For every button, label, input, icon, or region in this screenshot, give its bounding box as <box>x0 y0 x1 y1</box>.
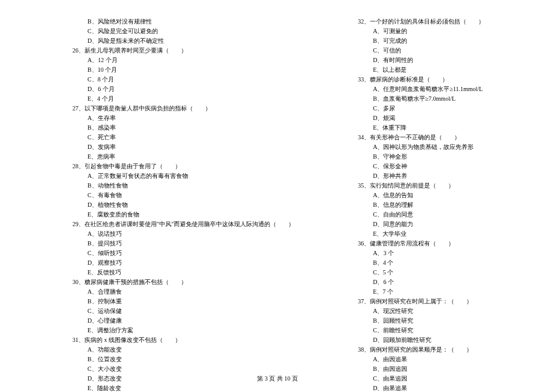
question-line: 37、病例对照研究在时间上属于：（ ） <box>325 297 548 306</box>
option-line: C、风险是完全可以避免的 <box>39 27 294 36</box>
option-line: A、任意时间血浆葡萄糖水平≥11.1mmol/L <box>325 84 548 94</box>
option-line: B、信息的理解 <box>325 200 548 210</box>
option-line: D、有时间性的 <box>325 55 548 65</box>
option-line: B、感染率 <box>39 123 294 133</box>
question-line: 36、健康管理的常用流程有（ ） <box>325 239 548 248</box>
option-line: C、倾听技巧 <box>39 248 294 258</box>
page-content: B、风险绝对没有规律性C、风险是完全可以避免的D、风险是指未来的不确定性26、新… <box>0 0 555 392</box>
page-footer: 第 3 页 共 10 页 <box>0 375 555 383</box>
question-line: 32、一个好的计划的具体目标必须包括（ ） <box>325 17 548 27</box>
option-line: A、信息的告知 <box>325 191 548 200</box>
option-line: E、调整治疗方案 <box>39 326 294 335</box>
option-line: A、由因追果 <box>325 355 548 364</box>
option-line: D、风险是指未来的不确定性 <box>39 36 294 46</box>
option-line: B、血浆葡萄糖水平≥7.0mmol/L <box>325 94 548 104</box>
option-line: D、发病率 <box>39 142 294 152</box>
option-line: C、多尿 <box>325 104 548 113</box>
option-line: B、回顾性研究 <box>325 316 548 326</box>
option-line: E、腐败变质的食物 <box>39 210 294 220</box>
question-line: 29、在社区给患者讲课时要使用"中风"而避免使用脑卒中这体现人际沟通的（ ） <box>39 220 294 229</box>
option-line: D、烦渴 <box>325 113 548 123</box>
option-line: C、运动保健 <box>39 306 294 316</box>
option-line: E、大学毕业 <box>325 229 548 239</box>
option-line: A、现况性研究 <box>325 306 548 316</box>
option-line: B、位置改变 <box>39 355 294 364</box>
right-column: 32、一个好的计划的具体目标必须包括（ ）A、可测量的B、可完成的C、可信的D、… <box>309 17 555 392</box>
option-line: A、合理膳食 <box>39 287 294 297</box>
option-line: D、心理健康 <box>39 316 294 326</box>
option-line: E、患病率 <box>39 152 294 162</box>
option-line: A、正常数量可食状态的有毒有害食物 <box>39 171 294 181</box>
option-line: B、控制体重 <box>39 297 294 306</box>
left-column: B、风险绝对没有规律性C、风险是完全可以避免的D、风险是指未来的不确定性26、新… <box>24 17 309 392</box>
question-line: 28、引起食物中毒是由于食用了（ ） <box>39 162 294 171</box>
option-line: D、回顾加前瞻性研究 <box>325 335 548 345</box>
option-line: A、12 个月 <box>39 55 294 65</box>
option-line: B、动物性食物 <box>39 181 294 191</box>
option-line: D、由果追果 <box>325 384 548 392</box>
question-line: 31、疾病的 x 线图像改变不包括（ ） <box>39 335 294 345</box>
option-line: E、7 个 <box>325 287 548 297</box>
option-line: B、提问技巧 <box>39 239 294 248</box>
option-line: B、风险绝对没有规律性 <box>39 17 294 27</box>
option-line: B、由因追因 <box>325 364 548 374</box>
option-line: B、10 个月 <box>39 65 294 75</box>
option-line: C、可信的 <box>325 46 548 55</box>
question-line: 27、以下哪项是衡量人群中疾病负担的指标（ ） <box>39 104 294 113</box>
option-line: E、反馈技巧 <box>39 268 294 277</box>
option-line: E、随龄改变 <box>39 384 294 392</box>
option-line: C、自由的同意 <box>325 210 548 220</box>
option-line: A、生存率 <box>39 113 294 123</box>
option-line: B、可完成的 <box>325 36 548 46</box>
question-line: 26、新生儿母乳喂养时间至少要满（ ） <box>39 46 294 55</box>
option-line: C、死亡率 <box>39 133 294 142</box>
option-line: D、6 个月 <box>39 84 294 94</box>
option-line: C、前瞻性研究 <box>325 326 548 335</box>
option-line: D、6 个 <box>325 277 548 287</box>
option-line: C、有毒食物 <box>39 191 294 200</box>
option-line: E、4 个月 <box>39 94 294 104</box>
option-line: A、功能改变 <box>39 345 294 355</box>
option-line: C、5 个 <box>325 268 548 277</box>
option-line: D、植物性食物 <box>39 200 294 210</box>
option-line: A、说话技巧 <box>39 229 294 239</box>
question-line: 34、有关形神合一不正确的是（ ） <box>325 133 548 142</box>
option-line: B、守神全形 <box>325 152 548 162</box>
option-line: C、大小改变 <box>39 364 294 374</box>
question-line: 38、病例对照研究的因果顺序是：（ ） <box>325 345 548 355</box>
option-line: C、保形全神 <box>325 162 548 171</box>
question-line: 35、实行知情同意的前提是（ ） <box>325 181 548 191</box>
option-line: D、形神共养 <box>325 171 548 181</box>
option-line: A、3 个 <box>325 248 548 258</box>
option-line: E、体重下降 <box>325 123 548 133</box>
option-line: D、观察技巧 <box>39 258 294 268</box>
option-line: A、可测量的 <box>325 27 548 36</box>
option-line: B、4 个 <box>325 258 548 268</box>
option-line: A、因神以形为物质基础，故应先养形 <box>325 142 548 152</box>
option-line: E、以上都是 <box>325 65 548 75</box>
question-line: 33、糖尿病的诊断标准是（ ） <box>325 75 548 84</box>
option-line: D、同意的能力 <box>325 220 548 229</box>
question-line: 30、糖尿病健康干预的措施不包括（ ） <box>39 277 294 287</box>
option-line: C、8 个月 <box>39 75 294 84</box>
